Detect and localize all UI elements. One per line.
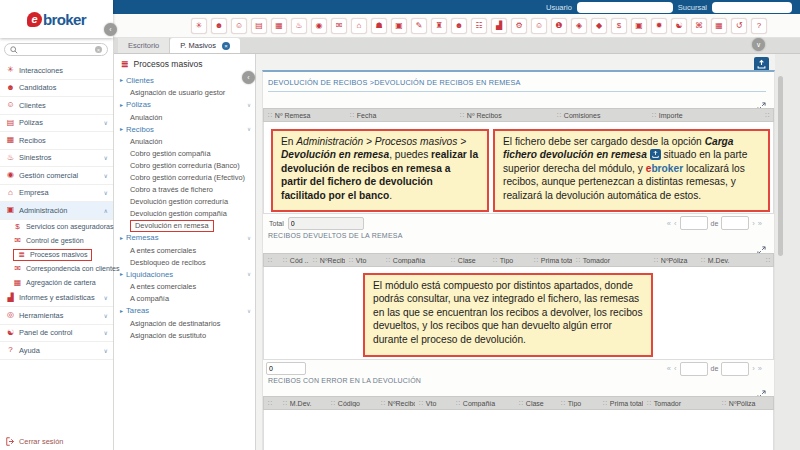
- first-page-icon[interactable]: «: [667, 219, 671, 228]
- toolbar-button-web[interactable]: ☯: [671, 18, 687, 34]
- tree-section-clientes[interactable]: ▸Clientes: [113, 74, 255, 87]
- toolbar-button-interacciones[interactable]: ✳: [191, 18, 207, 34]
- first-page-icon[interactable]: «: [667, 364, 671, 373]
- tree-item-a-entes-comerciales[interactable]: A entes comerciales: [113, 244, 255, 256]
- sidebar-item-panel-de-control[interactable]: ☯Panel de control∨: [0, 325, 113, 343]
- toolbar-button-estadisticas[interactable]: ▟: [491, 18, 507, 34]
- page-total-input[interactable]: [721, 362, 749, 376]
- column-header-codigo[interactable]: ∷Código: [327, 400, 377, 407]
- column-header-vto[interactable]: ∷Vto: [345, 257, 382, 264]
- column-header-prima-total[interactable]: ∷Prima total: [599, 400, 643, 407]
- toolbar-button-gestion-comercial[interactable]: ◉: [311, 18, 327, 34]
- column-header-n-recibo[interactable]: ∷NºRecibo: [377, 400, 415, 407]
- sidebar-item-recibos[interactable]: ▦Recibos: [0, 132, 113, 150]
- toolbar-button-candidatos[interactable]: ☻: [211, 18, 227, 34]
- column-header-m-dev[interactable]: ∷M.Dev.: [697, 257, 766, 264]
- devueltos-count-input[interactable]: [266, 362, 306, 375]
- sidebar-item-servicios-con-aseguradoras[interactable]: $Servicios con aseguradoras: [0, 220, 113, 234]
- tree-item-devolucion-en-remesa[interactable]: Devolución en remesa: [113, 220, 255, 232]
- next-page-icon[interactable]: ›: [752, 364, 755, 373]
- tree-section-tareas[interactable]: ▸Tareas∨: [113, 305, 255, 318]
- column-header-tipo[interactable]: ∷Tipo: [557, 400, 599, 407]
- tree-item-cobro-gestion-correduria-efectivo[interactable]: Cobro gestión correduría (Efectivo): [113, 172, 255, 184]
- tree-section-liquidaciones[interactable]: ▸Liquidaciones∨: [113, 268, 255, 281]
- toolbar-button-ideas[interactable]: ✹: [651, 18, 667, 34]
- search-input[interactable]: [21, 45, 92, 54]
- total-input[interactable]: [288, 217, 364, 230]
- tree-item-cobro-gestion-correduria-banco[interactable]: Cobro gestión correduría (Banco): [113, 160, 255, 172]
- sidebar-item-ayuda[interactable]: ?Ayuda∨: [0, 342, 113, 360]
- expand-devueltos-grid-icon[interactable]: [757, 241, 766, 250]
- close-tab-icon[interactable]: ×: [222, 42, 230, 50]
- tree-section-polizas[interactable]: ▸Pólizas∨: [113, 99, 255, 112]
- column-header-n-remesa[interactable]: ∷Nº Remesa: [264, 112, 346, 119]
- toolbar-button-informes[interactable]: ▣: [391, 18, 407, 34]
- tree-item-anulacion[interactable]: Anulación: [113, 136, 255, 148]
- toolbar-button-grupos[interactable]: ☷: [471, 18, 487, 34]
- tree-section-recibos[interactable]: ▸Recibos∨: [113, 123, 255, 136]
- tab-escritorio[interactable]: Escritorio: [118, 38, 170, 53]
- next-page-icon[interactable]: ›: [752, 219, 755, 228]
- toolbar-button-siniestros[interactable]: ♨: [291, 18, 307, 34]
- toolbar-button-seguridad[interactable]: ☗: [371, 18, 387, 34]
- tree-item-devolucion-gestion-correduria[interactable]: Devolución gestión correduría: [113, 196, 255, 208]
- sidebar-item-candidatos[interactable]: ☻Candidatos: [0, 80, 113, 98]
- sidebar-item-interacciones[interactable]: ✳Interacciones: [0, 62, 113, 80]
- column-header-comisiones[interactable]: ∷Comisiones: [553, 112, 648, 119]
- tree-item-desbloqueo-de-recibos[interactable]: Desbloqueo de recibos: [113, 256, 255, 268]
- tree-item-devolucion-gestion-compania[interactable]: Devolución gestión compañía: [113, 208, 255, 220]
- toolbar-button-premios[interactable]: ◆: [591, 18, 607, 34]
- column-header-tipo[interactable]: ∷Tipo: [489, 257, 530, 264]
- toolbar-button-cartera[interactable]: ⌂: [351, 18, 367, 34]
- toolbar-button-calendario[interactable]: ▦: [711, 18, 727, 34]
- tree-item-a-compania[interactable]: A compañía: [113, 293, 255, 305]
- toolbar-button-colaboradores[interactable]: ☺: [531, 18, 547, 34]
- toolbar-button-recibos[interactable]: ▦: [271, 18, 287, 34]
- tree-item-cobro-a-traves-de-fichero[interactable]: Cobro a través de fichero: [113, 184, 255, 196]
- tree-item-anulacion[interactable]: Anulación: [113, 111, 255, 123]
- toolbar-button-informacion[interactable]: ❶: [551, 18, 567, 34]
- sidebar-item-polizas[interactable]: ▤Pólizas∨: [0, 115, 113, 133]
- toolbar-button-utilidades[interactable]: ⌘: [691, 18, 707, 34]
- toolbar-button-proteccion[interactable]: ◈: [571, 18, 587, 34]
- toolbar-button-empresa[interactable]: ♜: [431, 18, 447, 34]
- column-header-cod[interactable]: ∷Cód ..: [279, 257, 309, 264]
- sidebar-item-gestion-comercial[interactable]: ◉Gestión comercial∨: [0, 167, 113, 185]
- sidebar-item-procesos-masivos[interactable]: ≣Procesos masivos: [0, 248, 113, 262]
- tree-item-asignacion-de-usuario-gestor[interactable]: Asignación de usuario gestor: [113, 87, 255, 99]
- column-header-fecha[interactable]: ∷Fecha: [346, 112, 456, 119]
- toolbar-button-documentos[interactable]: ✎: [411, 18, 427, 34]
- sucursal-input[interactable]: [712, 2, 792, 13]
- collapse-sidebar-button[interactable]: ‹: [104, 23, 117, 36]
- logout-button[interactable]: Cerrar sesión: [6, 437, 63, 446]
- page-total-input[interactable]: [721, 216, 749, 230]
- last-page-icon[interactable]: »: [758, 364, 762, 373]
- toolbar-button-modulos[interactable]: ▣: [631, 18, 647, 34]
- sidebar-item-clientes[interactable]: ☺Clientes: [0, 97, 113, 115]
- sidebar-item-siniestros[interactable]: ♨Siniestros∨: [0, 150, 113, 168]
- sidebar-item-control-de-gestion[interactable]: ✉Control de gestión: [0, 234, 113, 248]
- toolbar-button-polizas[interactable]: ▤: [251, 18, 267, 34]
- column-header-tomador[interactable]: ∷Tomador: [643, 400, 718, 407]
- collapse-tree-button[interactable]: ‹: [242, 71, 255, 84]
- toolbar-button-correspondencia[interactable]: ✉: [331, 18, 347, 34]
- tree-item-a-entes-comerciales[interactable]: A entes comerciales: [113, 281, 255, 293]
- column-header-vto[interactable]: ∷Vto: [415, 400, 452, 407]
- column-header-tomador[interactable]: ∷Tomador: [572, 257, 650, 264]
- expand-remesas-grid-icon[interactable]: [757, 97, 766, 106]
- prev-page-icon[interactable]: ‹: [674, 219, 677, 228]
- usuario-input[interactable]: [577, 2, 673, 13]
- column-header-n-recibos[interactable]: ∷Nº Recibos: [456, 112, 553, 119]
- sidebar-item-empresa[interactable]: ⌂Empresa∨: [0, 185, 113, 203]
- tree-item-asignacion-de-sustituto[interactable]: Asignación de sustituto: [113, 329, 255, 341]
- sidebar-item-herramientas[interactable]: ◎Herramientas∨: [0, 307, 113, 325]
- tree-section-remesas[interactable]: ▸Remesas∨: [113, 232, 255, 245]
- tree-item-asignacion-de-destinatarios[interactable]: Asignación de destinatarios: [113, 317, 255, 329]
- page-input[interactable]: [680, 216, 708, 230]
- errores-table-body[interactable]: [263, 410, 774, 450]
- column-header-n-recibo[interactable]: ∷NºRecibo: [309, 257, 345, 264]
- prev-page-icon[interactable]: ‹: [674, 364, 677, 373]
- clear-search-icon[interactable]: ×: [95, 46, 102, 53]
- column-header-prima-total[interactable]: ∷Prima total: [530, 257, 572, 264]
- collapse-panel-button[interactable]: ∨: [752, 38, 765, 51]
